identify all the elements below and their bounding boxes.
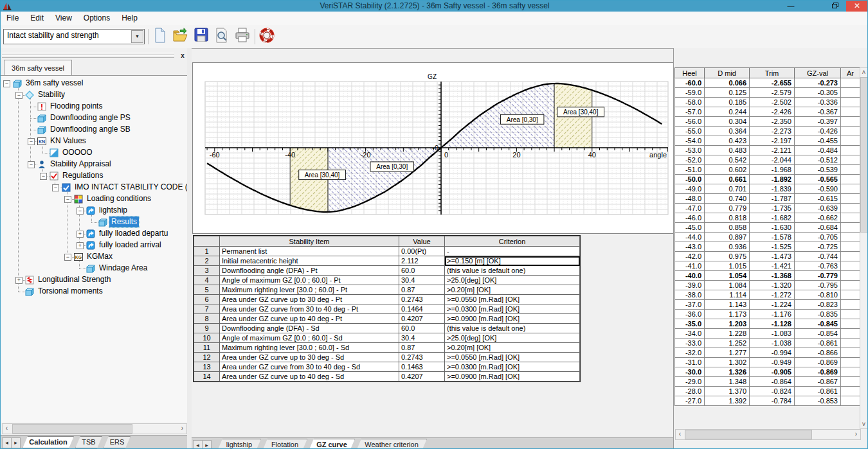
tree-expander[interactable]: + [77, 231, 84, 238]
tree-item-label[interactable]: fully loaded arrival [97, 240, 163, 251]
scroll-thumb[interactable] [860, 77, 868, 233]
tree-item-flooding-points[interactable]: Flooding points [1, 101, 187, 112]
scroll-right-icon[interactable]: › [852, 430, 860, 438]
selected-cell[interactable]: >=0.150 [m] [OK] [445, 256, 580, 266]
results-row[interactable]: -57.00.244-2.426-0.367 [675, 107, 860, 117]
stability-row-11[interactable]: 11 Maximum righting lever [30.0 ; 60.0] … [194, 343, 580, 353]
tree-item-imo-intact-stability-code-20[interactable]: −IMO INTACT STABILITY CODE (20 [1, 182, 187, 193]
scroll-up-icon[interactable]: ˄ [860, 68, 867, 76]
results-row[interactable]: -40.01.054-1.368-0.779 [675, 271, 860, 281]
tree-item-label[interactable]: Windage Area [97, 263, 149, 274]
results-row[interactable]: -33.01.252-1.038-0.861 [675, 339, 860, 348]
results-row[interactable]: -48.00.740-1.787-0.615 [675, 194, 860, 204]
tree-item-lightship[interactable]: −lightship [1, 205, 187, 216]
scroll-down-icon[interactable]: ˅ [860, 420, 867, 428]
tree-expander[interactable]: − [28, 138, 35, 145]
tree-item-fully-loaded-arrival[interactable]: +fully loaded arrival [1, 240, 187, 251]
results-row[interactable]: -36.01.173-1.176-0.835 [675, 310, 860, 319]
print-button[interactable] [234, 28, 251, 45]
stability-row-6[interactable]: 6 Area under GZ curve up to 30 deg - Pt … [194, 295, 580, 304]
results-row[interactable]: -53.00.483-2.121-0.484 [675, 146, 860, 155]
results-row[interactable]: -59.00.125-2.579-0.305 [675, 88, 860, 98]
new-document-button[interactable] [152, 28, 168, 45]
results-row[interactable]: -32.01.277-0.994-0.866 [675, 348, 860, 358]
stability-row-12[interactable]: 12 Area under GZ curve up to 30 deg - Sd… [194, 353, 580, 362]
tree-item-label[interactable]: 36m safty vessel [24, 78, 85, 89]
results-row[interactable]: -31.01.302-0.949-0.869 [675, 358, 860, 367]
results-row[interactable]: -39.01.084-1.320-0.795 [675, 281, 860, 290]
tree-item-label[interactable]: Stability [36, 89, 67, 100]
stability-row-1[interactable]: 1 Permanent list 0.00(Pt) - [194, 247, 580, 256]
stability-row-4[interactable]: 4 Angle of maximum GZ [0.0 ; 60.0] - Pt … [194, 276, 580, 285]
tree-item-36m-safty-vessel[interactable]: −36m safty vessel [1, 78, 187, 89]
stability-row-9[interactable]: 9 Downflooding angle (DFA) - Sd 60.0 (th… [194, 324, 580, 333]
tree-item-ooooo[interactable]: OOOOO [1, 147, 187, 159]
combo-dropdown-arrow[interactable]: ▼ [131, 30, 143, 43]
minimize-button[interactable]: — [780, 1, 802, 12]
results-row[interactable]: -58.00.185-2.502-0.336 [675, 98, 860, 107]
life-buoy-button[interactable] [258, 28, 275, 45]
stability-row-3[interactable]: 3 Downflooding angle (DFA) - Pt 60.0 (th… [194, 266, 580, 276]
results-row[interactable]: -42.00.975-1.473-0.744 [675, 252, 860, 261]
tree-item-regulations[interactable]: −Regulations [1, 170, 187, 182]
calculation-mode-select[interactable]: Intact stability and strength ▼ [3, 29, 145, 44]
menu-item-view[interactable]: View [50, 12, 78, 25]
tree-expander[interactable]: − [3, 80, 10, 87]
tree-expander[interactable]: − [40, 173, 47, 180]
scroll-thumb[interactable] [685, 430, 812, 439]
tree-item-stability-appraisal[interactable]: −Stability Appraisal [1, 159, 187, 170]
tree-expander[interactable]: − [15, 92, 23, 99]
results-row[interactable]: -35.01.203-1.128-0.845 [675, 319, 860, 329]
tree-item-stability[interactable]: −Stability [1, 89, 187, 101]
results-row[interactable]: -46.00.818-1.682-0.662 [675, 213, 860, 223]
tree-horizontal-scrollbar[interactable]: ‹ › [2, 423, 187, 434]
results-row[interactable]: -60.00.066-2.655-0.273 [675, 78, 860, 88]
tree-item-label[interactable]: KN Values [48, 136, 88, 146]
tree-item-label[interactable]: OOOOO [60, 147, 95, 158]
tree-item-label[interactable]: Stability Appraisal [48, 159, 113, 170]
tree-item-label[interactable]: Results [109, 216, 139, 227]
results-horizontal-scrollbar[interactable]: ‹ › [675, 429, 861, 440]
tree-item-kn-values[interactable]: −KNKN Values [1, 136, 187, 147]
results-row[interactable]: -30.01.326-0.905-0.869 [675, 367, 860, 377]
results-row[interactable]: -50.00.661-1.892-0.565 [675, 175, 860, 184]
results-row[interactable]: -52.00.542-2.044-0.512 [675, 155, 860, 165]
tabs-scroll-left-icon[interactable]: ◂ [193, 440, 203, 449]
project-tab[interactable]: 36m safty vessel [4, 60, 72, 76]
results-row[interactable]: -27.01.392-0.784-0.853 [675, 396, 860, 406]
stability-row-8[interactable]: 8 Area under GZ curve up to 40 deg - Pt … [194, 314, 580, 324]
results-row[interactable]: -41.01.015-1.421-0.763 [675, 261, 860, 271]
stability-row-14[interactable]: 14 Area under GZ curve up to 40 deg - Sd… [194, 372, 580, 382]
tab-weather-criterion[interactable]: Weather criterion [356, 439, 427, 449]
open-file-button[interactable] [172, 28, 189, 45]
tree-item-torsional-moments[interactable]: Torsional moments [1, 286, 187, 297]
tree-expander[interactable]: − [28, 161, 35, 168]
results-row[interactable]: -38.01.114-1.272-0.810 [675, 290, 860, 300]
close-button[interactable]: ✕ [846, 1, 868, 12]
tree-expander[interactable]: + [77, 242, 84, 249]
tab-tsb[interactable]: TSB [75, 436, 102, 448]
tree-expander[interactable]: − [77, 207, 84, 215]
tree-item-label[interactable]: Downflooding angle SB [48, 124, 132, 135]
tree-item-label[interactable]: Regulations [60, 170, 105, 181]
scroll-right-icon[interactable]: › [178, 424, 186, 432]
tree-item-label[interactable]: Loading conditions [85, 193, 153, 204]
results-row[interactable]: -47.00.779-1.735-0.639 [675, 204, 860, 213]
panel-splitter[interactable] [187, 48, 192, 449]
tab-flotation[interactable]: Flotation [262, 439, 307, 449]
tab-gz-curve[interactable]: GZ curve [309, 439, 355, 449]
scroll-thumb[interactable] [12, 424, 132, 434]
tree-item-windage-area[interactable]: Windage Area [1, 263, 187, 274]
tree-item-label[interactable]: Torsional moments [36, 286, 105, 297]
tree-item-label[interactable]: IMO INTACT STABILITY CODE (20 [73, 182, 187, 193]
tree-expander[interactable]: − [64, 196, 71, 203]
results-row[interactable]: -55.00.364-2.273-0.426 [675, 127, 860, 136]
menu-item-edit[interactable]: Edit [24, 12, 50, 25]
tree-item-label[interactable]: lightship [97, 205, 129, 216]
print-preview-button[interactable] [213, 28, 230, 45]
tree-item-label[interactable]: KGMax [85, 251, 114, 262]
tree-expander[interactable]: − [52, 184, 59, 191]
panel-close-icon[interactable]: x [179, 52, 186, 60]
stability-row-10[interactable]: 10 Angle of maximum GZ [0.0 ; 60.0] - Sd… [194, 333, 580, 343]
tree-item-label[interactable]: Longitudinal Strength [36, 274, 113, 285]
